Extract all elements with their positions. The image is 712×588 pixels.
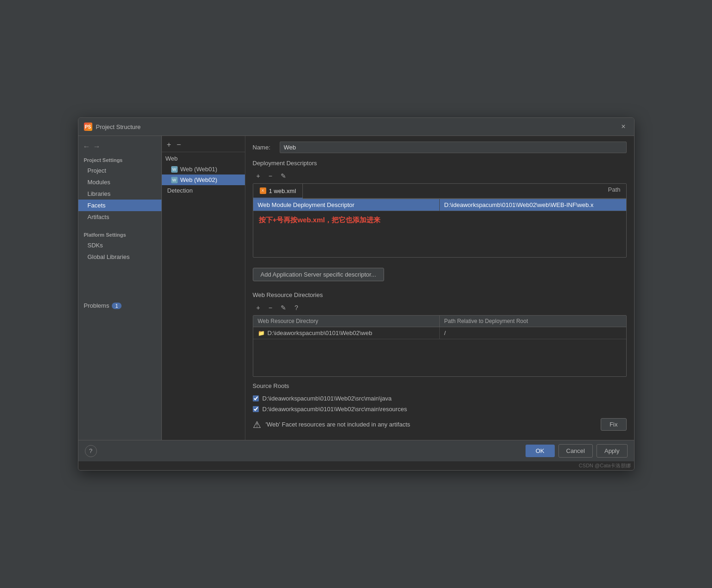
title-bar: PS Project Structure × (78, 118, 634, 136)
dd-toolbar: + − ✎ (253, 170, 627, 181)
main-content: ← → Project Settings Project Modules Lib… (78, 136, 634, 440)
wrd-dir-cell: 📁 D:\ideaworkspacumb\0101\Web02\web (253, 327, 440, 339)
close-button[interactable]: × (618, 122, 628, 132)
source-root-0-checkbox[interactable] (253, 395, 259, 401)
platform-settings-label: Platform Settings (78, 228, 161, 239)
warning-icon: ⚠ (253, 419, 261, 430)
source-roots-section: Source Roots D:\ideaworkspacumb\0101\Web… (253, 382, 627, 434)
dd-descriptor-label-cell: Web Module Deployment Descriptor (253, 199, 440, 211)
tree-toolbar: + − (162, 138, 245, 152)
sidebar-item-modules[interactable]: Modules (78, 176, 161, 188)
wrd-table-container: Web Resource Directory Path Relative to … (253, 315, 627, 377)
source-root-1-row: D:\ideaworkspacumb\0101\Web02\src\main\r… (253, 404, 627, 414)
sidebar-divider (78, 223, 161, 228)
dd-table-container: X 1 web.xml Path Web Module Deployment D… (253, 183, 627, 258)
web01-icon: W (171, 166, 178, 173)
dd-remove-button[interactable]: − (265, 170, 276, 181)
tree-item-web01[interactable]: W Web (Web01) (162, 164, 245, 174)
source-root-1-label: D:\ideaworkspacumb\0101\Web02\src\main\r… (263, 406, 407, 413)
wrd-edit-button[interactable]: ✎ (277, 302, 290, 313)
sidebar-item-global-libraries[interactable]: Global Libraries (78, 251, 161, 263)
title-bar-left: PS Project Structure (84, 123, 141, 131)
watermark: CSDN @Cata卡洛朋娜 (78, 461, 634, 470)
project-settings-section-label: Project Settings (78, 154, 161, 165)
wrd-row-0[interactable]: 📁 D:\ideaworkspacumb\0101\Web02\web / (253, 327, 626, 339)
name-label: Name: (253, 144, 276, 151)
source-roots-title: Source Roots (253, 382, 627, 389)
dialog-title: Project Structure (96, 123, 141, 130)
wrd-remove-button[interactable]: − (265, 302, 276, 313)
warning-text: 'Web' Facet resources are not included i… (266, 421, 411, 428)
dd-tab-webxml[interactable]: X 1 web.xml (253, 184, 303, 199)
wrd-add-button[interactable]: + (253, 302, 264, 313)
dd-tabs-row: X 1 web.xml Path (253, 184, 626, 199)
bottom-bar: ? OK Cancel Apply (78, 440, 634, 461)
dd-descriptor-path-cell: D:\ideaworkspacumb\0101\Web02\web\WEB-IN… (440, 199, 626, 211)
warning-row: ⚠ 'Web' Facet resources are not included… (253, 414, 627, 434)
add-app-server-container: Add Application Server specific descript… (253, 263, 627, 286)
nav-forward-button[interactable]: → (93, 142, 101, 151)
source-root-0-label: D:\ideaworkspacumb\0101\Web02\src\main\j… (263, 395, 392, 402)
wrd-col-path: Path Relative to Deployment Root (440, 316, 626, 327)
sidebar: ← → Project Settings Project Modules Lib… (78, 136, 162, 440)
project-structure-dialog: PS Project Structure × ← → Project Setti… (78, 117, 635, 471)
dd-empty-space (253, 229, 626, 257)
add-app-server-button[interactable]: Add Application Server specific descript… (253, 268, 384, 281)
problems-label: Problems (84, 302, 109, 309)
sidebar-item-artifacts[interactable]: Artifacts (78, 211, 161, 223)
name-input[interactable] (280, 142, 627, 153)
sidebar-item-facets[interactable]: Facets (78, 200, 161, 211)
annotation-text: 按下+号再按web.xml，把它也添加进来 (257, 211, 383, 228)
fix-button[interactable]: Fix (601, 418, 626, 431)
content-area: Name: Deployment Descriptors + − ✎ X 1 w… (245, 136, 634, 440)
dd-add-button[interactable]: + (253, 170, 264, 181)
tree-add-button[interactable]: + (165, 140, 173, 150)
apply-button[interactable]: Apply (597, 444, 628, 458)
tree-item-web02[interactable]: W Web (Web02) (162, 174, 245, 185)
wrd-path-cell: / (440, 327, 626, 339)
tree-detection-label: Detection (162, 185, 245, 196)
wrd-toolbar: + − ✎ ? (253, 302, 627, 313)
nav-back-button[interactable]: ← (83, 142, 90, 151)
problems-badge: 1 (112, 303, 121, 309)
wrd-table-header: Web Resource Directory Path Relative to … (253, 316, 626, 327)
bottom-actions: OK Cancel Apply (526, 444, 628, 458)
web-resource-title: Web Resource Directories (253, 291, 627, 298)
web02-icon: W (171, 177, 178, 183)
source-root-1-checkbox[interactable] (253, 406, 259, 412)
folder-icon: 📁 (258, 330, 265, 336)
dd-selected-row[interactable]: Web Module Deployment Descriptor D:\idea… (253, 199, 626, 211)
xml-icon: X (260, 187, 266, 194)
problems-row[interactable]: Problems 1 (78, 300, 161, 311)
sidebar-item-sdks[interactable]: SDKs (78, 239, 161, 251)
deployment-descriptors-title: Deployment Descriptors (253, 160, 627, 167)
dd-path-header: Path (603, 184, 626, 199)
sidebar-item-project[interactable]: Project (78, 165, 161, 176)
help-button[interactable]: ? (85, 445, 97, 457)
sidebar-item-libraries[interactable]: Libraries (78, 188, 161, 200)
wrd-help-button[interactable]: ? (291, 302, 302, 313)
name-row: Name: (253, 142, 627, 153)
tree-group-label: Web (162, 152, 245, 164)
app-icon: PS (84, 123, 92, 131)
annotation-container: 按下+号再按web.xml，把它也添加进来 (253, 211, 626, 229)
tree-panel: + − Web W Web (Web01) W Web (Web02) Dete… (162, 136, 245, 440)
wrd-empty-space (253, 339, 626, 376)
wrd-col-dir: Web Resource Directory (253, 316, 440, 327)
ok-button[interactable]: OK (526, 445, 555, 457)
source-root-0-row: D:\ideaworkspacumb\0101\Web02\src\main\j… (253, 393, 627, 404)
cancel-button[interactable]: Cancel (558, 444, 593, 458)
dd-edit-button[interactable]: ✎ (277, 170, 290, 181)
tree-remove-button[interactable]: − (174, 140, 183, 150)
